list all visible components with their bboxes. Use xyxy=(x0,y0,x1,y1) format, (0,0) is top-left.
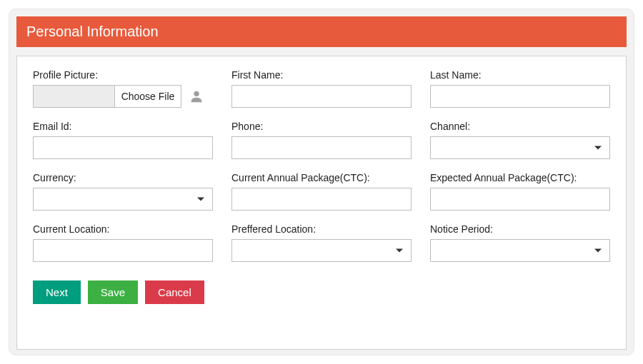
email-input[interactable] xyxy=(33,136,213,159)
cancel-button[interactable]: Cancel xyxy=(145,280,204,304)
currency-select[interactable] xyxy=(33,188,213,211)
expected-ctc-input[interactable] xyxy=(430,188,610,211)
panel-title: Personal Information xyxy=(26,24,159,39)
email-label: Email Id: xyxy=(33,121,213,132)
current-ctc-label: Current Annual Package(CTC): xyxy=(231,172,412,183)
last-name-label: Last Name: xyxy=(430,69,610,81)
currency-label: Currency: xyxy=(33,172,213,183)
first-name-input[interactable] xyxy=(231,85,412,108)
notice-period-select[interactable] xyxy=(430,239,610,262)
profile-picture-file-input[interactable]: Choose File xyxy=(33,85,181,108)
button-row: Next Save Cancel xyxy=(33,280,610,304)
next-button[interactable]: Next xyxy=(33,280,81,304)
expected-ctc-label: Expected Annual Package(CTC): xyxy=(430,172,610,183)
notice-period-label: Notice Period: xyxy=(430,223,610,235)
file-name-display xyxy=(34,86,115,107)
channel-select[interactable] xyxy=(430,136,610,159)
preferred-location-select[interactable] xyxy=(231,239,412,262)
svg-point-0 xyxy=(194,91,199,96)
channel-label: Channel: xyxy=(430,121,610,132)
personal-info-panel: Personal Information Profile Picture: Ch… xyxy=(9,9,634,355)
save-button[interactable]: Save xyxy=(88,280,138,304)
preferred-location-label: Preffered Location: xyxy=(231,223,412,235)
panel-header: Personal Information xyxy=(16,16,627,47)
last-name-input[interactable] xyxy=(430,85,610,108)
phone-label: Phone: xyxy=(231,121,412,132)
profile-picture-label: Profile Picture: xyxy=(33,69,213,81)
current-ctc-input[interactable] xyxy=(231,188,412,211)
avatar-icon xyxy=(189,89,204,104)
form-area: Profile Picture: Choose File First Name xyxy=(16,56,627,350)
current-location-label: Current Location: xyxy=(33,223,213,235)
phone-input[interactable] xyxy=(231,136,412,159)
first-name-label: First Name: xyxy=(231,69,412,81)
choose-file-button[interactable]: Choose File xyxy=(115,86,181,107)
current-location-input[interactable] xyxy=(33,239,213,262)
